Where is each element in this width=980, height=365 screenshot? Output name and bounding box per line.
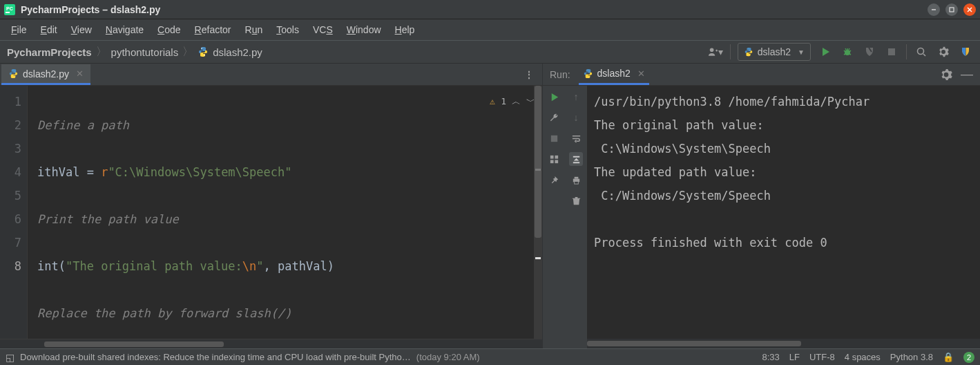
run-button[interactable] (818, 44, 833, 59)
menu-vcs[interactable]: VCS (306, 21, 340, 38)
gear-icon[interactable] (940, 68, 952, 81)
menu-bar: FileEditViewNavigateCodeRefactorRunTools… (0, 19, 980, 40)
close-tab-icon[interactable]: ✕ (637, 68, 645, 79)
status-time: (today 9:20 AM) (416, 352, 480, 362)
coverage-button[interactable] (862, 44, 877, 59)
run-content: ↑ ↓ /usr/bin/python3.8 /home/fahmida/Pyc… (543, 86, 980, 348)
stop-button[interactable] (884, 44, 899, 59)
python-file-icon (198, 46, 209, 57)
separator (730, 44, 731, 59)
breadcrumb-folder[interactable]: pythontutorials (111, 46, 179, 58)
shield-icon[interactable] (958, 44, 973, 59)
breadcrumb: PycharmProjects 〉 pythontutorials 〉 dsla… (7, 45, 708, 59)
lock-icon[interactable]: 🔒 (943, 352, 954, 362)
pin-icon[interactable] (547, 173, 561, 187)
file-encoding[interactable]: UTF-8 (809, 352, 835, 362)
svg-point-10 (845, 50, 850, 55)
chevron-up-icon[interactable]: ︿ (512, 90, 521, 113)
code-line: Print the path value (37, 212, 179, 226)
editor-tab-active[interactable]: dslash2.py ✕ (1, 64, 90, 85)
svg-line-13 (923, 54, 925, 56)
menu-run[interactable]: Run (238, 21, 270, 38)
rerun-icon[interactable] (547, 90, 561, 104)
editor-tabs: dslash2.py ✕ ⋮ (0, 64, 542, 86)
notifications-badge[interactable]: 2 (963, 352, 974, 363)
menu-help[interactable]: Help (388, 21, 422, 38)
menu-refactor[interactable]: Refactor (188, 21, 238, 38)
editor-panel: dslash2.py ✕ ⋮ 1234 5678 Define a path i… (0, 64, 543, 348)
add-user-icon[interactable]: ▾ (708, 44, 723, 59)
minimize-button[interactable] (928, 3, 940, 16)
up-arrow-icon[interactable]: ↑ (569, 90, 583, 104)
breadcrumb-file[interactable]: dslash2.py (213, 46, 262, 58)
scroll-to-end-icon[interactable] (569, 152, 583, 166)
run-label: Run: (550, 69, 570, 80)
menu-window[interactable]: Window (340, 21, 388, 38)
inspection-summary[interactable]: ⚠ 1 ︿ ﹀ (490, 90, 535, 113)
stop-icon[interactable] (547, 131, 561, 145)
status-task[interactable]: Download pre-built shared indexes: Reduc… (20, 352, 411, 362)
line-gutter: 1234 5678 (0, 86, 28, 339)
run-tab-name: dslash2 (597, 68, 631, 79)
menu-navigate[interactable]: Navigate (99, 21, 151, 38)
run-tool-window: Run: dslash2 ✕ — ↑ ↓ (543, 64, 980, 348)
down-arrow-icon[interactable]: ↓ (569, 111, 583, 124)
warning-count: 1 (501, 90, 506, 113)
run-configuration-selector[interactable]: dslash2 ▼ (738, 43, 811, 61)
search-icon[interactable] (914, 44, 929, 59)
title-bar: PC PycharmProjects – dslash2.py (0, 0, 980, 19)
layout-icon[interactable] (547, 152, 561, 166)
close-tab-icon[interactable]: ✕ (76, 68, 84, 79)
code-area[interactable]: Define a path ithVal = r"C:\Windows\Syst… (28, 86, 542, 339)
trash-icon[interactable] (569, 194, 583, 207)
breadcrumb-root[interactable]: PycharmProjects (7, 46, 92, 58)
status-bar: ◱ Download pre-built shared indexes: Red… (0, 348, 980, 365)
menu-edit[interactable]: Edit (34, 21, 64, 38)
settings-icon[interactable] (936, 44, 951, 59)
soft-wrap-icon[interactable] (569, 131, 583, 145)
menu-code[interactable]: Code (151, 21, 187, 38)
cursor-position[interactable]: 8:33 (762, 352, 779, 362)
console-output[interactable]: /usr/bin/python3.8 /home/fahmida/Pychar … (587, 86, 980, 348)
run-configuration-name: dslash2 (758, 46, 791, 57)
chevron-right-icon: 〉 (96, 45, 107, 59)
python-file-icon (8, 68, 19, 79)
toolbar-right: ▾ dslash2 ▼ (708, 43, 973, 61)
svg-rect-21 (574, 181, 578, 184)
editor-horizontal-scrollbar[interactable] (0, 339, 542, 348)
svg-rect-1 (6, 12, 10, 13)
python-interpreter[interactable]: Python 3.8 (890, 352, 933, 362)
editor-body[interactable]: 1234 5678 Define a path ithVal = r"C:\Wi… (0, 86, 542, 339)
print-icon[interactable] (569, 173, 583, 187)
python-file-icon (583, 68, 593, 79)
close-button[interactable] (963, 3, 976, 16)
code-line: Define a path (37, 118, 129, 132)
editor-vertical-scrollbar[interactable] (534, 86, 542, 339)
svg-rect-16 (555, 155, 558, 158)
debug-button[interactable] (840, 44, 855, 59)
svg-rect-4 (950, 8, 954, 12)
hide-panel-icon[interactable]: — (961, 67, 973, 82)
svg-point-8 (204, 55, 205, 56)
editor-tab-name: dslash2.py (23, 68, 69, 79)
wrench-icon[interactable] (547, 111, 561, 124)
indent-setting[interactable]: 4 spaces (845, 352, 881, 362)
code-line: int( (37, 259, 66, 273)
run-tab[interactable]: dslash2 ✕ (579, 64, 649, 85)
menu-file[interactable]: File (4, 21, 34, 38)
chevron-down-icon: ▼ (798, 48, 805, 56)
svg-rect-14 (550, 135, 557, 141)
maximize-button[interactable] (945, 3, 958, 16)
app-icon: PC (4, 4, 15, 15)
svg-point-9 (710, 48, 714, 52)
python-file-icon (744, 47, 753, 57)
code-line: Replace the path by forward slash(/) (37, 306, 291, 320)
tab-more-icon[interactable]: ⋮ (517, 69, 542, 80)
status-tool-icon[interactable]: ◱ (6, 352, 15, 363)
separator (906, 44, 907, 59)
menu-tools[interactable]: Tools (269, 21, 306, 38)
code-line: ithVal = (37, 165, 101, 179)
line-separator[interactable]: LF (789, 352, 800, 362)
console-horizontal-scrollbar[interactable] (587, 339, 980, 348)
menu-view[interactable]: View (64, 21, 99, 38)
